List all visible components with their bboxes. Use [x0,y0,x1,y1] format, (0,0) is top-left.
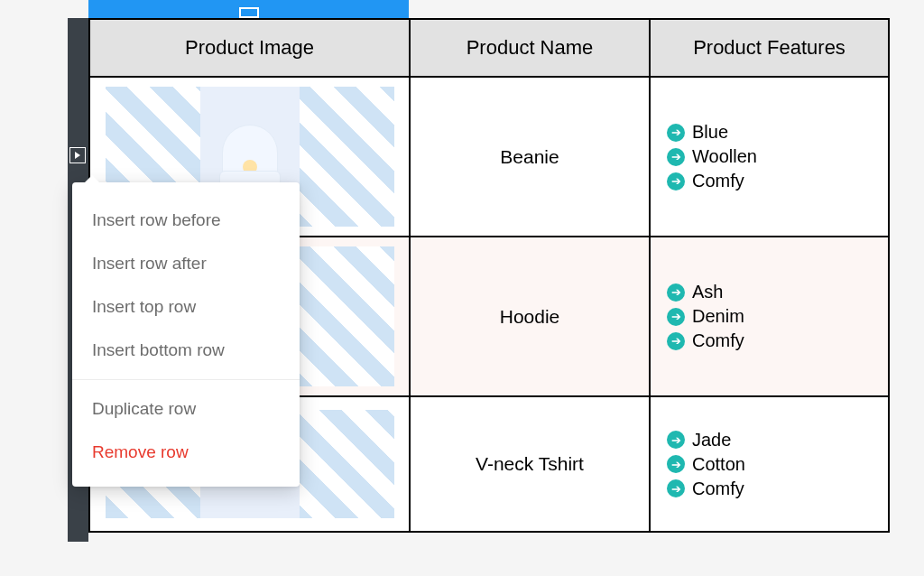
feature-text: Woollen [692,146,757,167]
feature-text: Denim [692,306,744,327]
list-item: ➔Woollen [667,144,872,169]
column-resize-handle[interactable] [239,7,259,18]
feature-text: Ash [692,282,723,302]
cell-name[interactable]: Hoodie [410,237,650,396]
arrow-right-icon: ➔ [667,479,685,497]
cell-features[interactable]: ➔Jade ➔Cotton ➔Comfy [650,396,889,532]
menu-insert-top-row[interactable]: Insert top row [72,285,300,329]
row-context-menu: Insert row before Insert row after Inser… [72,182,300,487]
list-item: ➔Ash [667,280,872,304]
col-header-name[interactable]: Product Name [410,19,650,77]
arrow-right-icon: ➔ [667,332,685,350]
cell-features[interactable]: ➔Ash ➔Denim ➔Comfy [650,237,889,396]
cell-name[interactable]: V-neck Tshirt [410,396,650,532]
list-item: ➔Jade [667,428,872,452]
feature-text: Cotton [692,454,745,475]
arrow-right-icon: ➔ [667,172,685,190]
feature-text: Blue [692,122,728,143]
feature-text: Comfy [692,478,744,499]
feature-text: Comfy [692,330,744,351]
menu-separator [72,379,300,380]
triangle-right-icon [75,152,80,159]
list-item: ➔Cotton [667,452,872,477]
menu-duplicate-row[interactable]: Duplicate row [72,387,300,431]
arrow-right-icon: ➔ [667,283,685,302]
list-item: ➔Denim [667,304,872,329]
arrow-right-icon: ➔ [667,124,685,142]
list-item: ➔Comfy [667,169,872,193]
arrow-right-icon: ➔ [667,455,685,473]
menu-insert-row-before[interactable]: Insert row before [72,199,300,242]
menu-remove-row[interactable]: Remove row [72,431,300,474]
col-header-features[interactable]: Product Features [650,19,889,77]
cell-features[interactable]: ➔Blue ➔Woollen ➔Comfy [650,77,889,237]
feature-text: Comfy [692,171,744,191]
cell-name[interactable]: Beanie [410,77,650,237]
menu-insert-row-after[interactable]: Insert row after [72,242,300,285]
col-header-image[interactable]: Product Image [89,19,410,77]
list-item: ➔Comfy [667,477,872,501]
beanie-icon [222,125,278,190]
row-handle-button[interactable] [69,147,86,163]
feature-text: Jade [692,430,731,451]
arrow-right-icon: ➔ [667,148,685,166]
arrow-right-icon: ➔ [667,431,685,449]
menu-insert-bottom-row[interactable]: Insert bottom row [72,329,300,372]
list-item: ➔Comfy [667,329,872,353]
arrow-right-icon: ➔ [667,308,685,326]
list-item: ➔Blue [667,120,872,144]
